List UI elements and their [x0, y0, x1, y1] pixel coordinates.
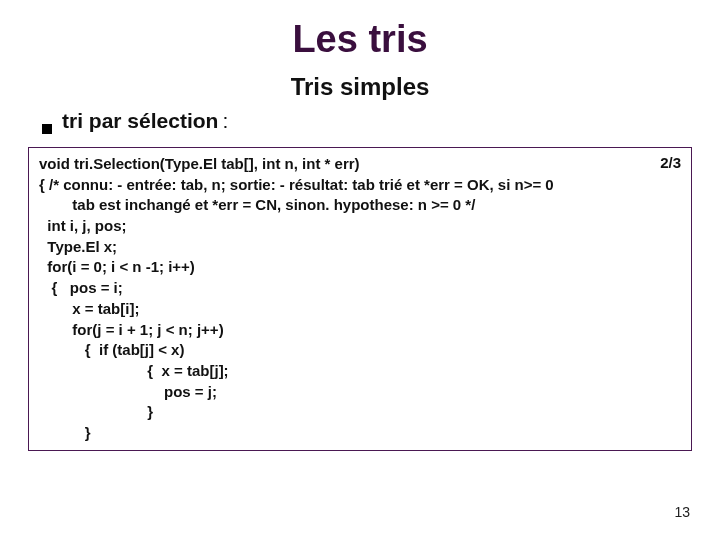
code-line: { /* connu: - entrée: tab, n; sortie: - …	[39, 175, 681, 196]
pager-label: 2/3	[660, 154, 681, 171]
bullet-item: tri par sélection :	[42, 109, 692, 133]
code-line: { x = tab[j];	[39, 361, 681, 382]
code-line: for(j = i + 1; j < n; j++)	[39, 320, 681, 341]
code-line: void tri.Selection(Type.El tab[], int n,…	[39, 154, 681, 175]
code-box: 2/3 void tri.Selection(Type.El tab[], in…	[28, 147, 692, 451]
square-bullet-icon	[42, 124, 52, 134]
slide-subtitle: Tris simples	[28, 73, 692, 101]
code-line: Type.El x;	[39, 237, 681, 258]
code-line: { if (tab[j] < x)	[39, 340, 681, 361]
slide-title: Les tris	[28, 18, 692, 61]
code-line: x = tab[i];	[39, 299, 681, 320]
slide-number: 13	[674, 504, 690, 520]
code-line: }	[39, 402, 681, 423]
code-line: pos = j;	[39, 382, 681, 403]
code-line: }	[39, 423, 681, 444]
code-line: int i, j, pos;	[39, 216, 681, 237]
bullet-colon: :	[222, 109, 228, 133]
code-line: tab est inchangé et *err = CN, sinon. hy…	[39, 195, 681, 216]
code-line: for(i = 0; i < n -1; i++)	[39, 257, 681, 278]
code-line: { pos = i;	[39, 278, 681, 299]
bullet-text: tri par sélection	[62, 109, 218, 133]
